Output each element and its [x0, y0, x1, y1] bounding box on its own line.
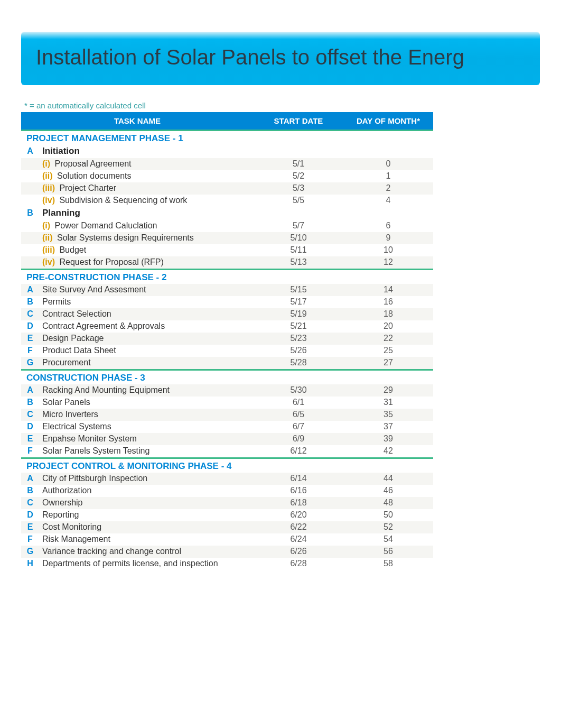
row-marker: G — [21, 546, 39, 558]
task-row: A Site Survey And Assesment 5/15 14 — [21, 284, 433, 296]
row-marker: D — [21, 421, 39, 433]
cell-start: 5/23 — [254, 333, 343, 345]
cell-start: 6/1 — [254, 397, 343, 409]
cell-day: 37 — [343, 421, 433, 433]
roman-label: (i) — [42, 221, 52, 230]
cell-day: 48 — [343, 497, 433, 509]
cell-day: 6 — [343, 220, 433, 232]
cell-start: 6/18 — [254, 497, 343, 509]
task-row: (iv) Subdivision & Sequencing of work 5/… — [21, 195, 433, 207]
cell-start: 5/30 — [254, 384, 343, 397]
task-row: H Departments of permits license, and in… — [21, 558, 433, 570]
cell-day: 0 — [343, 158, 433, 170]
task-name: (i) Power Demand Caluclation — [39, 220, 254, 232]
cell-start: 5/2 — [254, 170, 343, 182]
cell-day: 54 — [343, 533, 433, 546]
phase-header: PRE-CONSTRUCTION PHASE - 2 — [21, 270, 433, 284]
task-name: Electrical Systems — [39, 421, 254, 433]
cell-start: 6/22 — [254, 521, 343, 533]
group-heading-row: A Initiation — [21, 145, 433, 158]
roman-label: (ii) — [42, 233, 55, 242]
cell-start: 5/15 — [254, 284, 343, 296]
cell-day: 20 — [343, 320, 433, 333]
table-header: TASK NAME START DATE DAY OF MONTH* — [21, 112, 433, 131]
roman-label: (iii) — [42, 183, 57, 192]
cell-start: 6/7 — [254, 421, 343, 433]
task-name: Racking And Mounting Equipment — [39, 384, 254, 397]
row-marker: E — [21, 521, 39, 533]
row-marker: C — [21, 308, 39, 320]
row-marker: E — [21, 433, 39, 445]
task-row: C Micro Inverters 6/5 35 — [21, 409, 433, 421]
phase-header: CONSTRUCTION PHASE - 3 — [21, 370, 433, 385]
task-name: (ii) Solar Systems design Requirements — [39, 232, 254, 244]
task-name: Design Package — [39, 333, 254, 345]
cell-day: 25 — [343, 345, 433, 357]
cell-day: 16 — [343, 296, 433, 308]
row-marker: F — [21, 445, 39, 458]
task-name: Cost Monitoring — [39, 521, 254, 533]
cell-start: 6/12 — [254, 445, 343, 458]
task-name: City of Pittsburgh Inspection — [39, 473, 254, 485]
task-row: B Authorization 6/16 46 — [21, 485, 433, 497]
roman-label: (i) — [42, 159, 52, 168]
cell-day: 39 — [343, 433, 433, 445]
row-marker: F — [21, 345, 39, 357]
phase-title: CONSTRUCTION PHASE - 3 — [21, 370, 433, 385]
cell-start — [254, 145, 343, 158]
cell-day: 14 — [343, 284, 433, 296]
task-name: Site Survey And Assesment — [39, 284, 254, 296]
task-name: Permits — [39, 296, 254, 308]
row-marker: A — [21, 473, 39, 485]
task-name: Enpahse Moniter System — [39, 433, 254, 445]
task-row: B Permits 5/17 16 — [21, 296, 433, 308]
task-name: (iv) Subdivision & Sequencing of work — [39, 195, 254, 207]
roman-label: (iv) — [42, 257, 57, 266]
task-row: (i) Proposal Agreement 5/1 0 — [21, 158, 433, 170]
cell-start: 5/7 — [254, 220, 343, 232]
task-row: A City of Pittsburgh Inspection 6/14 44 — [21, 473, 433, 485]
page-title: Installation of Solar Panels to offset t… — [36, 45, 525, 69]
task-name: Solar Panels System Testing — [39, 445, 254, 458]
row-marker: B — [21, 485, 39, 497]
group-marker: B — [21, 207, 39, 220]
group-marker: A — [21, 145, 39, 158]
cell-day: 58 — [343, 558, 433, 570]
cell-day: 56 — [343, 546, 433, 558]
row-marker: E — [21, 333, 39, 345]
phase-title: PROJECT MANAGEMENT PHASE - 1 — [21, 131, 433, 145]
task-name: Variance tracking and change control — [39, 546, 254, 558]
row-marker: B — [21, 397, 39, 409]
row-marker — [21, 256, 39, 270]
cell-start: 6/20 — [254, 509, 343, 521]
calc-note: * = an automatically calculated cell — [24, 101, 540, 110]
task-row: (iv) Request for Proposal (RFP) 5/13 12 — [21, 256, 433, 270]
cell-start: 5/13 — [254, 256, 343, 270]
task-row: C Contract Selection 5/19 18 — [21, 308, 433, 320]
task-row: A Racking And Mounting Equipment 5/30 29 — [21, 384, 433, 397]
task-name: Procurement — [39, 357, 254, 370]
task-row: C Ownership 6/18 48 — [21, 497, 433, 509]
cell-start: 6/14 — [254, 473, 343, 485]
group-heading: Planning — [39, 207, 254, 220]
roman-label: (iv) — [42, 196, 57, 205]
task-name: Reporting — [39, 509, 254, 521]
cell-day: 22 — [343, 333, 433, 345]
task-name: Risk Management — [39, 533, 254, 546]
cell-start: 6/24 — [254, 533, 343, 546]
cell-day: 42 — [343, 445, 433, 458]
task-row: (ii) Solar Systems design Requirements 5… — [21, 232, 433, 244]
page-title-bar: Installation of Solar Panels to offset t… — [21, 32, 540, 85]
row-marker — [21, 158, 39, 170]
col-task-name: TASK NAME — [21, 112, 254, 131]
row-marker: D — [21, 509, 39, 521]
cell-day: 50 — [343, 509, 433, 521]
task-name: Ownership — [39, 497, 254, 509]
row-marker — [21, 220, 39, 232]
cell-day — [343, 207, 433, 220]
cell-day: 1 — [343, 170, 433, 182]
cell-day: 35 — [343, 409, 433, 421]
task-row: (ii) Solution documents 5/2 1 — [21, 170, 433, 182]
row-marker: F — [21, 533, 39, 546]
group-heading: Initiation — [39, 145, 254, 158]
